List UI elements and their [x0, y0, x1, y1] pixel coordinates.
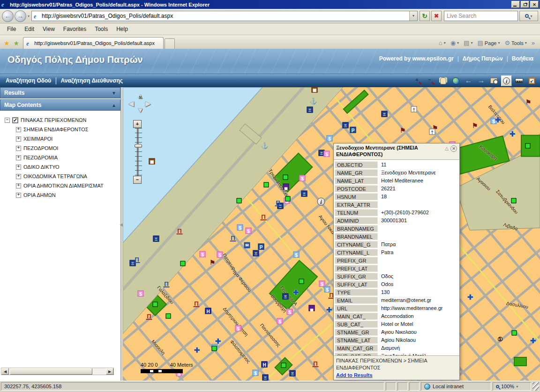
pan-south-icon[interactable]: ▼	[137, 106, 144, 114]
new-tab-stub[interactable]	[165, 38, 175, 49]
hotel-marker[interactable]: Ξ	[301, 191, 308, 197]
expand-node-icon[interactable]: +	[16, 165, 21, 170]
search-input[interactable]: Live Search	[444, 11, 518, 21]
parking-marker[interactable]: P	[350, 127, 356, 133]
add-favorite-icon[interactable]: ★	[13, 39, 23, 49]
dollar_blue-marker[interactable]: $	[253, 370, 259, 376]
dollar_blue-marker[interactable]: $	[293, 252, 300, 258]
dollar_blue-marker[interactable]: $	[237, 225, 243, 231]
scroll-right-icon[interactable]: ▶	[106, 368, 113, 375]
map-canvas[interactable]: ▲ N ◀ ▶ ▼ + − 40 20 0 40 Meters	[123, 87, 540, 381]
layer-checkbox[interactable]: ✓	[12, 117, 18, 123]
tree-item-3[interactable]: +ΠΕΖΟΔΡΟΜΙΑ	[5, 153, 119, 162]
bank_blue-marker[interactable]: Π	[164, 281, 170, 287]
commandbar-print[interactable]: ▤▾	[462, 38, 474, 47]
expand-node-icon[interactable]: +	[16, 183, 21, 188]
collapse-sidebar-icon[interactable]: ◀	[120, 222, 123, 227]
green-marker[interactable]	[212, 346, 217, 351]
parking-marker[interactable]: P	[258, 244, 264, 250]
expand-node-icon[interactable]: +	[16, 155, 21, 160]
hotel-marker[interactable]: Ξ	[343, 122, 349, 128]
flag-marker[interactable]: ⚑	[400, 128, 406, 134]
search-button[interactable]: ▾	[519, 11, 538, 21]
pan-west-icon[interactable]: ◀	[128, 99, 134, 108]
pan-compass[interactable]: ▲ N ◀ ▶ ▼	[128, 93, 154, 119]
zoom-slider[interactable]: + −	[133, 120, 142, 184]
tool-measure-icon[interactable]	[514, 75, 525, 86]
bank_blue-marker[interactable]: Π	[275, 200, 281, 206]
menu-item-view[interactable]: View	[38, 24, 59, 34]
zoom-in-button[interactable]: +	[133, 120, 142, 128]
cross-marker[interactable]: ✚	[326, 307, 332, 313]
tree-item-0[interactable]: +ΣΗΜΕΙΑ ΕΝΔΙΑΦΕΡΟΝΤΟΣ	[5, 125, 119, 134]
cross-marker[interactable]: ✚	[495, 117, 501, 123]
cross-marker[interactable]: ✚	[215, 338, 221, 344]
commandbar-tools[interactable]: ⚙Tools▾	[503, 38, 528, 47]
history-dropdown-icon[interactable]: ▾	[28, 14, 30, 18]
bank_blue-marker[interactable]: Π	[134, 256, 140, 263]
tree-item-6[interactable]: +ΟΡΙΑ ΔΗΜΟΤΙΚΩΝ ΔΙΑΜΕΡΙΣΜΑΤ	[5, 181, 119, 190]
church-marker[interactable]: †	[411, 106, 417, 113]
tool-pan-icon[interactable]	[438, 75, 449, 86]
banner-link-0[interactable]: Powered by www.epsilon.gr	[379, 55, 454, 62]
green-marker[interactable]	[153, 302, 158, 307]
green-marker[interactable]	[299, 279, 304, 284]
scrollbar-thumb[interactable]	[10, 368, 92, 375]
page-dropdown-icon[interactable]: ▾	[498, 41, 500, 45]
expand-node-icon[interactable]: +	[16, 127, 21, 132]
hotel-marker[interactable]: Ξ	[283, 294, 289, 300]
dollar_pink-marker[interactable]: $	[277, 318, 283, 324]
hotel-marker[interactable]: Ξ	[307, 107, 313, 113]
expand-node-icon[interactable]: +	[16, 146, 21, 151]
resize-grip[interactable]	[532, 382, 539, 391]
feed-dropdown-icon[interactable]: ▾	[457, 41, 459, 45]
menu-item-edit[interactable]: Edit	[20, 24, 38, 34]
zoom-slider-handle[interactable]	[135, 144, 142, 148]
dollar_blue-marker[interactable]: $	[327, 136, 333, 142]
stop-button[interactable]: ✖	[431, 11, 442, 21]
sidebar-horizontal-scrollbar[interactable]: ◀ ▶	[1, 368, 114, 375]
train-marker[interactable]: ▦	[149, 158, 155, 165]
menu-item-favorites[interactable]: Favorites	[59, 24, 90, 34]
zoom-out-button[interactable]: −	[133, 176, 142, 184]
refresh-button[interactable]: ↻	[420, 11, 430, 21]
banner-link-1[interactable]: Δήμος Πατρών	[463, 55, 503, 62]
hospital-marker[interactable]: H	[205, 308, 211, 314]
tree-root-item[interactable]: −✓ΠΙΝΑΚΑΣ ΠΕΡΙΕΧΟΜΕΝΩΝ	[5, 115, 119, 125]
chevron-up-icon[interactable]: ▲	[112, 103, 116, 108]
popup-collapse-icon[interactable]: △	[445, 146, 449, 151]
tree-item-7[interactable]: +ΟΡΙΑ ΔΗΜΩΝ	[5, 190, 119, 200]
banner-link-2[interactable]: Βοήθεια	[512, 55, 533, 62]
flag-marker[interactable]: ⚑	[525, 99, 532, 106]
expand-node-icon[interactable]: +	[16, 136, 21, 142]
info-marker[interactable]: i	[317, 198, 325, 206]
expand-node-icon[interactable]: +	[16, 193, 21, 198]
dollar_pink-marker[interactable]: $	[300, 175, 306, 181]
tool-back-icon[interactable]: ←	[463, 75, 474, 86]
active-tab[interactable]: e http://giswebsrv01/Patras_Odigos_Polis…	[23, 37, 164, 49]
browser-zoom[interactable]: 100% ▾	[493, 382, 531, 391]
tool-identify-icon[interactable]: i	[501, 75, 512, 86]
green-marker[interactable]	[180, 261, 186, 266]
dollar_pink-marker[interactable]: $	[246, 228, 252, 234]
green-marker[interactable]	[511, 198, 517, 204]
train-marker[interactable]: ▦	[312, 87, 318, 93]
dollar_pink-marker[interactable]: $	[235, 325, 241, 332]
favorites-star-icon[interactable]: ★	[0, 39, 13, 49]
commandbar-page[interactable]: ▤Page▾	[476, 38, 501, 47]
hospital-marker[interactable]: H	[262, 362, 268, 368]
bank_red-marker[interactable]: Π	[313, 361, 319, 367]
hotel-marker[interactable]: Ξ	[382, 111, 388, 117]
dollar_pink-marker[interactable]: $	[217, 252, 223, 258]
hotel-marker[interactable]: Ξ	[253, 250, 259, 256]
green-marker[interactable]	[525, 143, 531, 149]
tool-zoom-out-icon[interactable]: −	[425, 75, 436, 86]
restore-button[interactable]	[521, 1, 529, 8]
bank_red-marker[interactable]: Π	[146, 313, 152, 320]
forward-button[interactable]: →	[15, 10, 26, 22]
minimize-button[interactable]	[511, 1, 520, 8]
map-contents-panel-header[interactable]: Map Contents ▲	[0, 99, 120, 111]
tree-item-2[interactable]: +ΠΕΖΟΔΡΟΜΟΙ	[5, 143, 119, 153]
pan-east-icon[interactable]: ▶	[145, 99, 151, 108]
home-dropdown-icon[interactable]: ▾	[444, 41, 446, 45]
